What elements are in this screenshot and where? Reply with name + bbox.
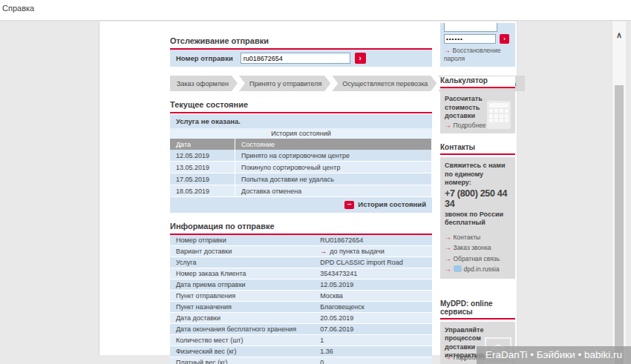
history-state: Покинуло сортировочный центр [235,162,432,173]
arrow-icon: → [445,122,451,129]
tracking-number-input[interactable] [241,53,350,64]
info-row: Вариант доставки →до пункта выдачи [170,246,432,257]
password-row: › [444,34,511,44]
step-order-placed: Заказ оформлен [170,76,238,91]
scroll-up-icon[interactable]: ∧ [612,30,626,40]
progress-steps: Заказ оформлен Принято у отправителя Осу… [170,76,432,91]
history-state: Доставка отменена [235,185,432,196]
watermark: EraDanTi • Бэйбики • babiki.ru [477,346,631,364]
info-label: Пункт отправления [170,291,314,301]
info-value: 1.36 [314,346,432,357]
info-row: Услуга DPD CLASSIC import Road [170,257,432,268]
history-date: 17.05.2019 [170,173,235,185]
info-label: Вариант доставки [170,246,314,257]
info-value: DPD CLASSIC import Road [314,257,432,268]
info-row: Дата окончания бесплатного хранения 07.0… [170,324,432,335]
password-input[interactable] [444,34,496,44]
tracking-number-row: Номер отправки › [170,50,432,67]
login-box: › →Восстановление пароля [440,23,515,67]
history-table-header: Дата Состояние [170,139,432,150]
info-label: Физический вес (кг) [170,346,314,357]
info-row: Номер отправки RU018672654 [170,235,432,246]
info-row: Платный вес (кг) 0 [170,357,432,364]
arrow-icon: → [444,47,451,54]
calculator-more-link[interactable]: →Подробнее [445,122,486,130]
calculator-box: Рассчитать стоимость доставки →Подробнее [440,90,515,133]
history-col-state: Состояние [235,139,432,150]
vertical-scrollbar[interactable]: ∧ [612,21,626,364]
info-row: Пункт назначения Благовещенск [170,302,432,313]
content-panel: Отслеживание отправки Номер отправки › З… [99,21,517,355]
contacts-phone: +7 (800) 250 44 34 [445,188,511,209]
info-value: 20.05.2019 [314,313,432,323]
status-message: Услуга не оказана. [170,114,432,128]
history-date: 12.05.2019 [170,150,235,161]
contacts-box: Свяжитесь с нами по единому номеру: +7 (… [440,157,515,279]
feedback-link[interactable]: →Обратная связь [445,255,511,263]
info-label: Количество мест (шт) [170,335,314,345]
info-value: Москва [314,291,432,301]
help-link[interactable]: Справка [2,4,34,13]
history-row: 12.05.2019 Принято на сортировочном цент… [170,150,432,162]
page-canvas: Отслеживание отправки Номер отправки › З… [0,21,631,364]
contacts-line1: Свяжитесь с нами по единому номеру: [445,162,511,187]
step-in-transit: Осуществляется перевозка [332,76,437,91]
arrow-icon: → [445,234,451,241]
minus-icon: − [344,201,354,209]
info-value: 1 [314,335,432,345]
history-row: 13.05.2019 Покинуло сортировочный центр [170,162,432,173]
chat-icon [454,265,462,272]
contacts-line2: звонок по России бесплатный [445,211,511,228]
tracking-section-title: Отслеживание отправки [170,36,432,50]
chat-link[interactable]: →dpd.in.russia [445,265,511,274]
info-label: Номер отправки [170,235,314,245]
info-label: Пункт назначения [170,302,314,312]
contacts-title: Контакты [440,143,515,155]
info-label: Дата приема отправки [170,279,314,290]
top-bar: Справка [0,0,631,21]
calculator-title: Калькулятор [440,76,515,88]
history-toggle-label: История состояний [358,200,426,208]
arrow-icon: → [445,265,451,273]
info-value: 12.05.2019 [314,279,432,290]
info-value[interactable]: →до пункта выдачи [314,246,432,257]
calculator-icon [487,101,511,129]
info-label: Платный вес (кг) [170,357,314,364]
password-restore-link[interactable]: →Восстановление пароля [444,47,511,62]
info-row: Дата доставки 20.05.2019 [170,313,432,324]
info-label: Номер заказа Клиента [170,268,314,279]
info-row: Номер заказа Клиента 3543473241 [170,268,432,279]
info-value: RU018672654 [314,235,432,245]
login-input[interactable] [444,23,497,32]
info-label: Услуга [170,257,314,268]
current-state-title: Текущее состояние [170,100,432,113]
mydpd-title: MyDPD: online сервисы [440,300,515,320]
contacts-link[interactable]: →Контакты [445,234,511,242]
shipment-info-title: Информация по отправке [170,222,432,235]
main-column: Отслеживание отправки Номер отправки › З… [170,36,432,364]
history-table-title: История состояний [170,128,432,139]
login-submit-button[interactable]: › [500,34,509,44]
arrow-icon: → [445,244,451,251]
arrow-icon: → [445,255,451,262]
tracking-submit-button[interactable]: › [355,53,366,64]
history-date: 18.05.2019 [170,185,235,196]
info-row: Физический вес (кг) 1.36 [170,346,432,357]
arrow-icon: → [320,248,327,255]
info-label: Дата окончания бесплатного хранения [170,324,314,334]
scrollbar-thumb[interactable] [615,85,624,364]
history-state: Принято на сортировочном центре [235,150,432,161]
info-row: Дата приема отправки 12.05.2019 [170,279,432,291]
info-label: Дата доставки [170,313,314,323]
callback-link[interactable]: →Заказ звонка [445,244,511,252]
sidebar: › →Восстановление пароля Калькулятор Рас… [440,23,515,364]
tracking-number-label: Номер отправки [176,54,233,62]
info-value: Благовещенск [314,302,432,312]
info-value: 0 [314,357,432,364]
history-state: Попытка доставки не удалась [235,173,432,185]
history-col-date: Дата [170,139,235,150]
step-picked-up: Принято у отправителя [239,76,330,91]
arrow-icon: → [445,354,451,361]
info-value: 07.06.2019 [314,324,432,334]
history-toggle-link[interactable]: −История состояний [170,197,432,213]
